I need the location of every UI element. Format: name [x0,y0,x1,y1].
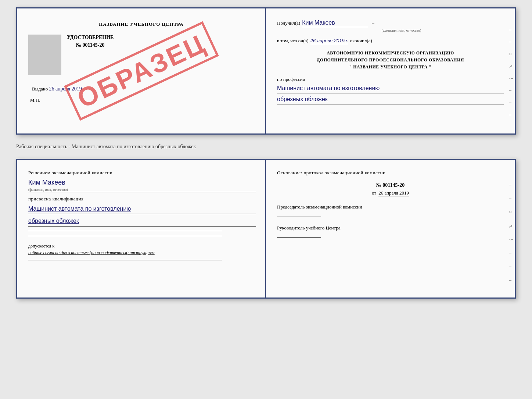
bottom-person-name: Ким Макеев [28,179,256,186]
rukovoditel-signature-line [277,237,321,238]
completion-date: 26 апреля 2019г. [310,38,348,44]
qualification-line1: Машинист автомата по изготовлению [28,205,256,214]
bottom-document: Решением экзаменационной комиссии Ким Ма… [16,159,516,299]
recipient-name: Ким Макеев [302,19,368,27]
top-doc-right: Получил(а) Ким Макеев – (фамилия, имя, о… [266,8,515,133]
protocol-date-value: 26 апреля 2019 [378,190,409,196]
dash: – [372,20,374,26]
protocol-date: от 26 апреля 2019 [277,190,504,196]
bottom-fio-caption: (фамилия, имя, отчество) [28,188,256,192]
top-doc-title: НАЗВАНИЕ УЧЕБНОГО ЦЕНТРА [28,21,254,27]
photo-placeholder [28,35,61,75]
cert-number: № 001145-20 [67,42,114,48]
top-document: НАЗВАНИЕ УЧЕБНОГО ЦЕНТРА УДОСТОВЕРЕНИЕ №… [16,7,516,135]
dopuskaetsya-block: допускается к работе согласно должностны… [28,243,256,256]
mp-line: М.П. [30,97,254,103]
bottom-doc-left: Решением экзаменационной комиссии Ким Ма… [17,160,266,298]
prisvoena-label: присвоена квалификация [28,196,256,202]
profession-line2: обрезных обложек [277,95,504,104]
between-documents-text: Рабочая специальность - Машинист автомат… [16,142,516,152]
qualification-line2: обрезных обложек [28,217,256,226]
rukovoditel-block: Руководитель учебного Центра [277,224,504,238]
vtom-line: в том, что он(а) 26 апреля 2019г. окончи… [277,38,504,44]
udostoverenie-label: УДОСТОВЕРЕНИЕ [67,35,114,40]
right-sidebar-marks: – – и ,а ‹– – – – [509,27,513,117]
org-name: " НАЗВАНИЕ УЧЕБНОГО ЦЕНТРА " [277,64,504,71]
vtom-label: в том, что он(а) [277,38,309,44]
profession-line1: Машинист автомата по изготовлению [277,84,504,93]
dopuskaetsya-prefix: допускается к [28,243,256,249]
rukovoditel-label: Руководитель учебного Центра [277,225,341,231]
dopuskaetsya-text: работе согласно должностным (производств… [28,250,256,256]
poluchil-line: Получил(а) Ким Макеев – [277,19,504,27]
protocol-number: № 001145-20 [277,182,504,188]
predsedatel-block: Председатель экзаменационной комиссии [277,203,504,217]
okonchil-label: окончил(а) [350,38,372,44]
udostoverenie-info: УДОСТОВЕРЕНИЕ № 001145-20 [67,35,114,48]
org-line2: ДОПОЛНИТЕЛЬНОГО ПРОФЕССИОНАЛЬНОГО ОБРАЗО… [277,57,504,64]
org-text: АВТОНОМНУЮ НЕКОММЕРЧЕСКУЮ ОРГАНИЗАЦИЮ ДО… [277,50,504,71]
resheniem-label: Решением экзаменационной комиссии [28,169,256,177]
ot-label: от [372,190,376,196]
po-professii-label: по профессии [277,76,305,82]
vydano-line: Выдано 26 апреля 2019 [32,86,254,92]
org-line1: АВТОНОМНУЮ НЕКОММЕРЧЕСКУЮ ОРГАНИЗАЦИЮ [277,50,504,57]
vydano-date: 26 апреля 2019 [49,86,82,92]
osnovanie-header: Основание: протокол экзаменационной коми… [277,169,504,177]
po-professii: по профессии Машинист автомата по изгото… [277,76,504,105]
bottom-right-marks: – – и ,а ‹– – – – [509,182,513,283]
top-doc-left: НАЗВАНИЕ УЧЕБНОГО ЦЕНТРА УДОСТОВЕРЕНИЕ №… [17,8,266,133]
udostoverenie-box: УДОСТОВЕРЕНИЕ № 001145-20 [28,35,254,75]
predsedatel-label: Председатель экзаменационной комиссии [277,204,362,210]
fio-caption-top: (фамилия, имя, отчество) [299,28,504,32]
vydano-label: Выдано [32,86,48,92]
bottom-doc-right: Основание: протокол экзаменационной коми… [266,160,515,298]
predsedatel-signature-line [277,217,321,217]
poluchil-label: Получил(а) [277,20,300,26]
